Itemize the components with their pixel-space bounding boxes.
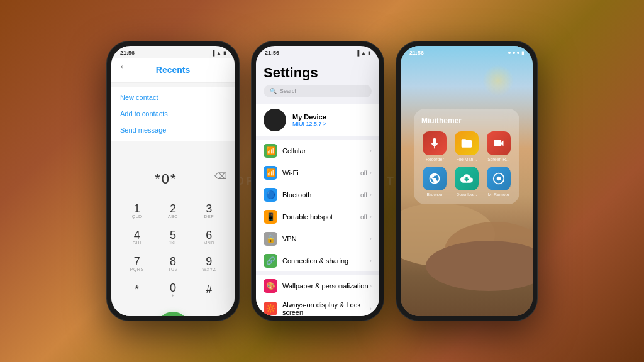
battery-icon: ▮ <box>223 50 226 56</box>
chevron-icon-3: › <box>370 192 372 198</box>
settings-screen: 21:56 ▐ ▲ ▮ Settings 🔍 Search <box>256 46 379 316</box>
key-1[interactable]: 1 QLD <box>122 199 152 222</box>
settings-title: Settings <box>264 62 372 85</box>
miui-version: MIUI 12.5.7 > <box>292 121 326 127</box>
key-5[interactable]: 5 JKL <box>158 225 188 249</box>
app-filemanager[interactable]: File Man... <box>453 131 480 162</box>
settings-group-display: 🎨 Wallpaper & personalization › 🔆 Always… <box>256 275 379 316</box>
hotspot-icon: 📱 <box>264 210 277 224</box>
miremote-icon <box>487 167 511 190</box>
phone-settings: 21:56 ▐ ▲ ▮ Settings 🔍 Search <box>251 41 384 321</box>
key-star[interactable]: * <box>122 278 152 302</box>
chevron-icon-5: › <box>370 236 372 242</box>
home-screen: 21:56 ▮ Miuithemer <box>401 46 533 316</box>
bluetooth-icon: 🔵 <box>264 188 277 202</box>
settings-search-bar[interactable]: 🔍 Search <box>264 85 372 97</box>
key-hash[interactable]: # <box>194 278 224 302</box>
status-time-3: 21:56 <box>409 50 424 56</box>
dialer-screen: 21:56 ▐ ▲ ▮ ← Recents New contact Add to… <box>111 46 235 316</box>
keypad-row-4: * 0 + # <box>119 278 227 302</box>
settings-group-network: 📶 Cellular › 📶 Wi-Fi off › 🔵 Bluetooth o… <box>256 140 379 272</box>
vpn-label: VPN <box>282 235 370 243</box>
bluetooth-label: Bluetooth <box>282 191 360 199</box>
key-4[interactable]: 4 GHI <box>122 225 152 249</box>
app-screenrecorder[interactable]: Screen R... <box>485 131 512 162</box>
chevron-icon-2: › <box>370 170 372 176</box>
keypad-row-3: 7 PQRS 8 TUV 9 WXYZ <box>119 251 227 275</box>
settings-bluetooth[interactable]: 🔵 Bluetooth off › <box>256 184 379 206</box>
status-icons-3: ▮ <box>508 50 524 56</box>
download-label: Downloa... <box>456 192 477 197</box>
settings-wifi[interactable]: 📶 Wi-Fi off › <box>256 162 379 184</box>
screenrecorder-label: Screen R... <box>487 157 509 162</box>
dialer-actions: ☰ 📞 ⌨ <box>111 307 235 316</box>
key-3[interactable]: 3 DEF <box>194 199 224 222</box>
call-button[interactable]: 📞 <box>157 312 189 316</box>
wallpaper-icon: 🎨 <box>264 279 277 293</box>
filemanager-icon <box>455 131 479 155</box>
cellular-label: Cellular <box>282 147 370 155</box>
status-time-2: 21:56 <box>265 50 279 56</box>
add-contacts-item[interactable]: Add to contacts <box>111 106 235 122</box>
status-bar-3: 21:56 ▮ <box>401 46 533 58</box>
signal-icon: ▐ <box>211 50 214 56</box>
chevron-icon: › <box>370 148 372 154</box>
keypad-row-2: 4 GHI 5 JKL 6 MNO <box>119 225 227 249</box>
wallpaper-label: Wallpaper & personalization <box>282 282 370 290</box>
send-message-item[interactable]: Send message <box>111 122 235 138</box>
dot-icon-3 <box>517 52 519 54</box>
key-9[interactable]: 9 WXYZ <box>194 251 224 275</box>
delete-button[interactable]: ⌫ <box>214 171 228 181</box>
key-0[interactable]: 0 + <box>158 278 188 302</box>
dial-number: *0* <box>155 171 177 187</box>
settings-profile[interactable]: My Device MIUI 12.5.7 > <box>256 104 379 136</box>
profile-info: My Device MIUI 12.5.7 > <box>292 113 326 127</box>
search-icon: 🔍 <box>270 88 277 94</box>
search-placeholder: Search <box>280 88 298 94</box>
status-icons-2: ▐ ▲ ▮ <box>355 50 370 56</box>
app-miremote[interactable]: Mi Remote <box>485 167 512 197</box>
app-recorder[interactable]: Recorder <box>421 131 448 162</box>
app-folder[interactable]: Miuithemer Recorder <box>414 109 519 204</box>
key-8[interactable]: 8 TUV <box>158 251 188 275</box>
key-2[interactable]: 2 ABC <box>158 199 188 222</box>
settings-vpn[interactable]: 🔒 VPN › <box>256 228 379 250</box>
folder-grid: Recorder File Man... <box>421 131 512 197</box>
keypad: 1 QLD 2 ABC 3 DEF <box>111 194 235 307</box>
chevron-icon-7: › <box>370 283 372 289</box>
dot-icon-2 <box>513 52 515 54</box>
settings-hotspot[interactable]: 📱 Portable hotspot off › <box>256 206 379 228</box>
key-6[interactable]: 6 MNO <box>194 225 224 249</box>
miremote-label: Mi Remote <box>488 192 509 197</box>
download-icon <box>455 167 479 190</box>
status-icons-1: ▐ ▲ ▮ <box>211 50 226 56</box>
wifi-label: Wi-Fi <box>282 169 360 177</box>
app-download[interactable]: Downloa... <box>453 167 480 197</box>
phone-dialer: 21:56 ▐ ▲ ▮ ← Recents New contact Add to… <box>106 41 240 321</box>
settings-cellular[interactable]: 📶 Cellular › <box>256 140 379 162</box>
app-browser[interactable]: Browser <box>421 167 448 197</box>
connection-label: Connection & sharing <box>282 257 370 265</box>
aod-label: Always-on display & Lock screen <box>282 301 370 316</box>
dot-icon-1 <box>508 52 511 54</box>
wifi-icon-2: ▲ <box>361 50 366 56</box>
settings-connection[interactable]: 🔗 Connection & sharing › <box>256 250 379 272</box>
settings-wallpaper[interactable]: 🎨 Wallpaper & personalization › <box>256 275 379 297</box>
key-7[interactable]: 7 PQRS <box>122 251 152 275</box>
browser-label: Browser <box>426 192 443 197</box>
connection-icon: 🔗 <box>264 254 277 268</box>
profile-avatar <box>264 109 286 131</box>
hotspot-value: off <box>360 214 367 221</box>
status-bar-2: 21:56 ▐ ▲ ▮ <box>256 46 379 58</box>
battery-icon-2: ▮ <box>368 50 370 56</box>
battery-icon-3: ▮ <box>521 50 524 56</box>
dialer-display: *0* ⌫ <box>111 160 235 194</box>
new-contact-item[interactable]: New contact <box>111 89 235 106</box>
signal-icon-2: ▐ <box>355 50 359 56</box>
settings-header: Settings 🔍 Search <box>256 58 379 104</box>
phone-home: 21:56 ▮ Miuithemer <box>396 41 538 321</box>
settings-aod[interactable]: 🔆 Always-on display & Lock screen › <box>256 297 379 316</box>
filemanager-label: File Man... <box>457 157 477 162</box>
recorder-label: Recorder <box>426 157 444 162</box>
status-time-1: 21:56 <box>120 50 135 56</box>
